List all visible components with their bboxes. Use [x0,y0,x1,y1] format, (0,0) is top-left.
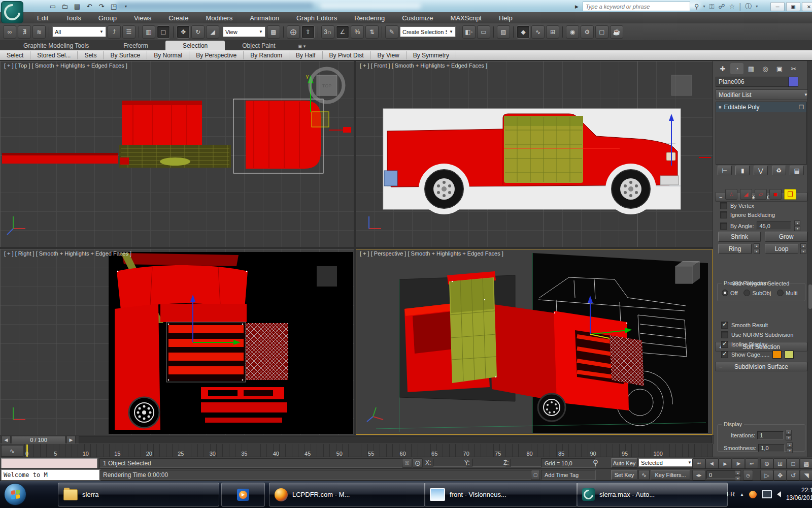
render-setup-icon[interactable]: ⚙ [581,25,594,39]
display-smoothness-field[interactable]: 1,0 [758,444,785,452]
viewport-right[interactable]: [ + ] [ Right ] [ Smooth + Highlights + … [0,249,354,435]
ribbon-tool-button[interactable]: By Perspective [189,51,244,59]
preview-subobj-radio[interactable] [743,290,750,296]
maxscript-mini-listener-pink[interactable] [1,458,97,468]
pin-stack-icon[interactable]: ⊢ [718,166,732,175]
remove-modifier-icon[interactable]: ♻ [772,166,786,175]
undo-icon[interactable]: ↶ [85,2,94,11]
select-object-icon[interactable]: ⤴ [108,25,121,39]
curve-editor-icon[interactable]: ∿ [531,25,545,39]
shrink-button[interactable]: Shrink [718,232,761,242]
key-mode-curve-icon[interactable]: ∿ [638,470,650,480]
use-pivot-center-icon[interactable]: ▩ [267,25,280,39]
track-bar[interactable]: ∿ 05101520253035404550556065707580859095… [0,443,713,458]
select-scale-icon[interactable]: ◢ [206,25,219,39]
rectangular-selection-icon[interactable]: ▥ [142,25,155,39]
stack-expand-icon[interactable]: ■ [719,105,721,110]
ribbon-tool-button[interactable]: By Half [289,51,323,59]
display-tab-icon[interactable]: ▣ [773,63,786,74]
display-iterations-field[interactable]: 1 [757,431,784,439]
help-caret-icon[interactable]: ▾ [756,4,758,9]
by-angle-spinner[interactable]: ▲▼ [794,220,800,231]
by-angle-checkbox[interactable] [720,223,727,230]
taskbar-app-3dsmax[interactable]: sierra.max - Auto... [577,483,728,506]
previous-frame-icon[interactable]: ◀| [705,458,719,469]
qat-dropdown-icon[interactable]: ▾ [121,2,130,11]
reference-coordinate-dropdown[interactable]: View▼ [223,26,265,37]
y-coordinate-field[interactable] [472,459,505,467]
viewport-front[interactable]: [ + ] [ Front ] [ Smooth + Highlights + … [356,61,713,247]
key-step-mode-icon[interactable]: ◀▶ [692,470,705,481]
material-editor-icon[interactable]: ◉ [566,25,579,39]
show-cage-checkbox[interactable] [721,351,728,358]
ignore-backfacing-checkbox[interactable] [720,211,727,218]
by-angle-field[interactable]: 45,0 [757,221,791,230]
ribbon-tool-button[interactable]: Stored Sel... [30,51,78,59]
create-tab-icon[interactable]: ✚ [716,63,729,74]
modifier-list-dropdown[interactable]: Modifier List▼ [716,89,811,100]
menu-item[interactable]: Customize [393,14,442,22]
play-animation-icon[interactable]: ▶ [719,458,732,469]
maxscript-mini-listener[interactable]: Welcome to M [1,469,100,481]
tab-freeform[interactable]: Freeform [106,41,165,50]
viewport-perspective-label[interactable]: [ + ] [ Perspective ] [ Smooth + Highlig… [360,250,503,257]
tray-clock[interactable]: 22:12 13/06/2013 [786,487,812,502]
ribbon-tool-button[interactable]: Sets [78,51,104,59]
named-selection-dropdown[interactable]: Create Selection Se▼ [400,26,456,37]
modifier-stack[interactable]: ■ Editable Poly ❒ [716,102,807,165]
configure-modifier-icon[interactable]: ▤ [790,166,804,175]
pan-hand-icon[interactable]: ✥ [773,470,787,481]
tab-graphite-modeling-tools[interactable]: Graphite Modeling Tools [6,41,106,50]
subscription-key-icon[interactable]: ⚿ [709,3,714,11]
redo-icon[interactable]: ↷ [97,2,106,11]
minimize-button[interactable]: ─ [770,2,785,11]
set-keys-key-icon[interactable]: ⚲ [593,458,609,467]
taskbar-app-image-viewer[interactable]: front - Visionneus... [424,483,578,506]
modifier-stack-item[interactable]: ■ Editable Poly ❒ [716,102,806,112]
use-nurms-checkbox[interactable] [721,331,728,338]
ribbon-tool-button[interactable]: By Normal [147,51,189,59]
ribbon-tool-button[interactable]: By Symmetry [407,51,456,59]
show-end-result-icon[interactable]: ▮ [735,166,750,175]
viewcube-right[interactable] [317,266,337,287]
loop-button[interactable]: Loop [765,244,798,254]
viewport-front-label[interactable]: [ + ] [ Front ] [ Smooth + Highlights + … [360,62,487,69]
viewcube-front[interactable] [671,75,692,96]
ribbon-tool-button[interactable]: By View [371,51,407,59]
menu-item[interactable]: Tools [57,14,89,22]
bind-spacewarp-icon[interactable]: ≋ [32,25,46,39]
time-slider-track[interactable] [79,436,712,443]
zoom-mode-icon[interactable]: ⊕ [760,458,773,469]
object-name-field[interactable]: Plane006 [716,77,792,87]
mirror-icon[interactable]: ◧◦ [462,25,476,39]
menu-item[interactable]: Views [125,14,160,22]
maximize-viewport-toggle-icon[interactable]: ◥ [800,470,812,481]
schematic-view-icon[interactable]: ⊞ [546,25,559,39]
zoom-extents-icon[interactable]: □ [787,458,800,469]
open-file-icon[interactable]: 🗀 [60,2,70,11]
vertex-mode-icon[interactable]: ∴ [725,189,737,200]
set-key-button[interactable]: Set Key [611,470,637,480]
right-viewport-canvas[interactable] [0,249,354,435]
front-viewport-canvas[interactable] [356,61,713,247]
edge-mode-icon[interactable]: ◢ [740,189,752,200]
tray-expand-icon[interactable]: ▲ [740,492,744,497]
menu-item[interactable]: Modifiers [197,14,241,22]
communication-center-icon[interactable]: ☍ [718,3,725,10]
viewport-top[interactable]: [ + ] [ Top ] [ Smooth + Highlights + Ed… [0,61,354,247]
grow-button[interactable]: Grow [765,232,807,242]
command-panel-scrollbar[interactable] [807,61,812,457]
selected-set-dropdown[interactable]: Selected▼ [638,458,694,467]
element-mode-icon[interactable]: ❒ [784,189,796,200]
help-icon[interactable]: ⓘ [745,2,752,11]
unlink-icon[interactable]: ∄ [18,25,31,39]
subdivision-rollout-header[interactable]: −Subdivision Surface [715,362,807,371]
polygon-mode-icon[interactable]: ■ [769,189,782,200]
start-button[interactable] [4,483,26,505]
current-frame-field[interactable]: 0 [706,470,739,479]
zoom-all-icon[interactable]: ⊞ [773,458,787,469]
go-to-start-ic0n[interactable]: ⏮ [692,458,705,469]
menu-item[interactable]: Edit [28,14,57,22]
menu-item[interactable]: Create [160,14,197,22]
render-production-icon[interactable]: ☕ [610,25,623,39]
